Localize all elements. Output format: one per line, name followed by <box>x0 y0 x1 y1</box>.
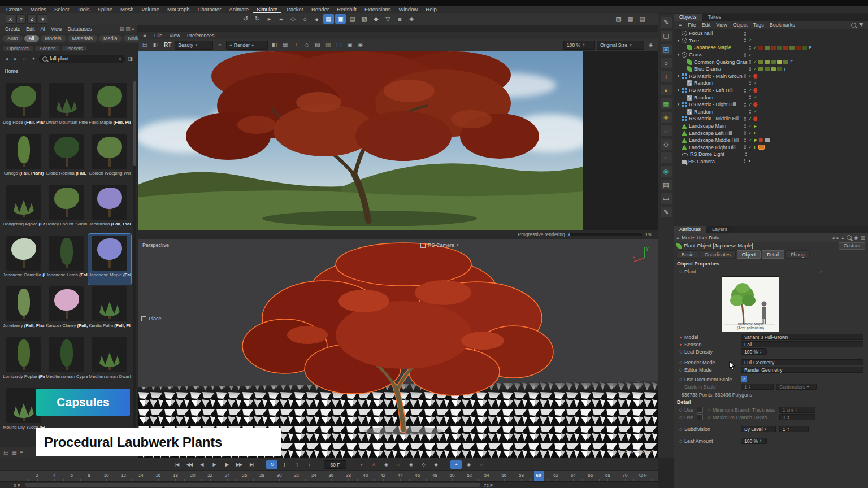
range-scrollbar[interactable] <box>25 483 480 487</box>
sculpt-icon[interactable]: ◉ <box>661 166 672 177</box>
attr-panel-icon[interactable]: ▥ <box>860 235 865 241</box>
last-tool-icon[interactable]: ● <box>311 14 322 24</box>
object-row[interactable]: Landscape Left Hill✓F <box>674 129 868 137</box>
enabled-check-icon[interactable]: ✓ <box>748 116 752 121</box>
lock-view-icon[interactable]: ◧ <box>270 41 279 50</box>
grid-toggle-icon[interactable]: ▦ <box>280 41 290 50</box>
category-presets[interactable]: Presets <box>62 46 87 51</box>
visibility-dots[interactable] <box>744 138 746 142</box>
season-select[interactable]: Fall <box>741 341 863 347</box>
enabled-check-icon[interactable]: ✓ <box>753 45 757 50</box>
perspective-viewport[interactable]: Perspective RS Camera ▾ Place Grid Spaci… <box>138 239 658 457</box>
move-tool-icon[interactable]: + <box>276 14 287 24</box>
expander-icon[interactable]: ▾ <box>676 53 681 57</box>
asset-item[interactable]: Dog-Rose (Fall, Plant) <box>2 81 45 132</box>
sound-button[interactable]: ♪ <box>303 460 315 469</box>
autokey-button[interactable]: A <box>368 460 379 469</box>
om-menu-object[interactable]: Object <box>730 22 750 28</box>
om-menu-edit[interactable]: Edit <box>699 22 714 28</box>
image-size-select[interactable]: Original Size▾ <box>597 41 644 50</box>
tab-layers[interactable]: Layers <box>706 226 733 233</box>
visibility-dots[interactable] <box>749 60 751 64</box>
render-pass-select[interactable]: Beauty▾ <box>175 41 213 50</box>
tag-f-icon[interactable]: F <box>783 67 788 71</box>
attr-menu-icon[interactable]: ≡ <box>676 235 679 241</box>
tab-objects[interactable]: Objects <box>674 14 702 21</box>
asset-item[interactable]: Kanzan Cherry (Fall, Pl... <box>45 285 88 336</box>
asset-item[interactable]: Mediterranean Cypres... <box>45 336 88 386</box>
category-operators[interactable]: Operators <box>3 46 33 51</box>
fullscreen-icon[interactable]: ▢ <box>334 41 344 50</box>
deformer-icon[interactable]: ≈ <box>661 152 672 163</box>
range-in-button[interactable]: [ <box>279 460 290 469</box>
render-region-select[interactable]: ◂Render▸ <box>226 41 268 50</box>
enabled-check-icon[interactable]: ✓ <box>748 130 752 136</box>
next-key-button[interactable]: ▶▶ <box>233 460 245 469</box>
render-settings-gear-icon[interactable]: ◈ <box>646 41 656 50</box>
menu-create[interactable]: Create <box>2 6 27 13</box>
panel-view-icon[interactable]: ▤ <box>120 26 125 32</box>
om-filter-icon[interactable] <box>859 23 863 27</box>
workplane-icon[interactable]: ≡ <box>394 14 405 24</box>
om-menu-icon[interactable]: ≡ <box>676 22 684 28</box>
snapshot-icon[interactable]: ▣ <box>345 41 354 50</box>
loop-button[interactable]: ↻ <box>266 460 277 469</box>
snap-keyframe-button[interactable]: + <box>450 460 462 469</box>
enabled-check-icon[interactable]: ✓ <box>748 53 752 58</box>
marker-button[interactable]: ◉ <box>463 460 474 469</box>
range-out-button[interactable]: ] <box>291 460 302 469</box>
primitive-sphere-icon[interactable]: ○ <box>661 58 672 68</box>
visibility-dots[interactable] <box>749 67 751 71</box>
om-menu-view[interactable]: View <box>713 22 730 28</box>
menu-tools[interactable]: Tools <box>73 6 93 13</box>
asset-menu-view[interactable]: View <box>48 26 64 32</box>
om-search-icon[interactable] <box>851 23 856 28</box>
asset-item[interactable]: Juneberry (Fall, Plant) <box>2 285 45 336</box>
hud-button[interactable]: ○ <box>475 460 487 469</box>
om-menu-file[interactable]: File <box>685 22 699 28</box>
min-branch-field[interactable]: 1 cm ▴▾ <box>779 407 815 413</box>
tag-f-icon[interactable]: F <box>753 145 758 149</box>
material-swatch[interactable] <box>771 67 776 71</box>
visibility-dots[interactable] <box>744 103 746 107</box>
prev-frame-button[interactable]: ◀| <box>196 460 207 469</box>
next-frame-button[interactable]: |▶ <box>221 460 232 469</box>
enabled-check-icon[interactable]: ✓ <box>748 38 752 43</box>
asset-item[interactable]: Dwarf Mountain Pine (... <box>45 81 88 132</box>
filter-media[interactable]: Media <box>99 35 122 42</box>
goto-start-button[interactable]: |◀ <box>171 460 183 469</box>
key-position-button[interactable]: ◉ <box>380 460 392 469</box>
zoom-level-field[interactable]: 100 % ▴▾ <box>563 41 595 50</box>
material-swatch[interactable] <box>777 46 782 50</box>
asset-menu-edit[interactable]: Edit <box>23 26 38 32</box>
menu-mesh[interactable]: Mesh <box>116 6 137 13</box>
object-row[interactable]: Focus Null <box>674 30 868 37</box>
om-menu-tags[interactable]: Tags <box>750 22 767 28</box>
view-cube-icon[interactable]: ▣ <box>661 44 672 55</box>
leaf-density-field[interactable]: 100 % ▴▾ <box>741 348 767 355</box>
menu-tracker[interactable]: Tracker <box>281 6 307 13</box>
viewport-camera-label[interactable]: RS Camera ▾ <box>420 242 459 248</box>
attr-tab-coordinates[interactable]: Coordinates <box>700 250 736 259</box>
prev-key-button[interactable]: ◀◀ <box>184 460 195 469</box>
visibility-dots[interactable] <box>749 46 751 50</box>
axis-tool-icon[interactable]: ◇ <box>661 139 672 150</box>
magnet-icon[interactable]: ◆ <box>371 14 381 24</box>
object-row[interactable]: Blue Grama✓F <box>674 66 868 73</box>
redshift-tag-icon[interactable] <box>753 116 758 121</box>
render-view-menu-view[interactable]: View <box>166 33 184 38</box>
home-icon[interactable]: ⌂ <box>21 56 28 62</box>
asset-item[interactable]: Kentia Palm (Fall, Plant) <box>88 285 131 336</box>
object-row[interactable]: Landscape Right Hill✓F <box>674 144 868 151</box>
menu-animate[interactable]: Animate <box>225 6 253 13</box>
key-scale-button[interactable]: ○ <box>393 460 404 469</box>
tweak-tool-icon[interactable]: ✎ <box>661 17 672 28</box>
render-view-menu-file[interactable]: File <box>151 33 166 38</box>
material-swatch[interactable] <box>758 60 763 64</box>
redshift-tag-icon[interactable] <box>753 74 758 79</box>
material-swatch[interactable] <box>777 60 782 64</box>
color-picker-icon[interactable]: ○ <box>215 41 224 50</box>
menu-volume[interactable]: Volume <box>137 6 163 13</box>
ipr-lock-icon[interactable]: ◉ <box>355 41 365 50</box>
menu-window[interactable]: Window <box>395 6 422 13</box>
